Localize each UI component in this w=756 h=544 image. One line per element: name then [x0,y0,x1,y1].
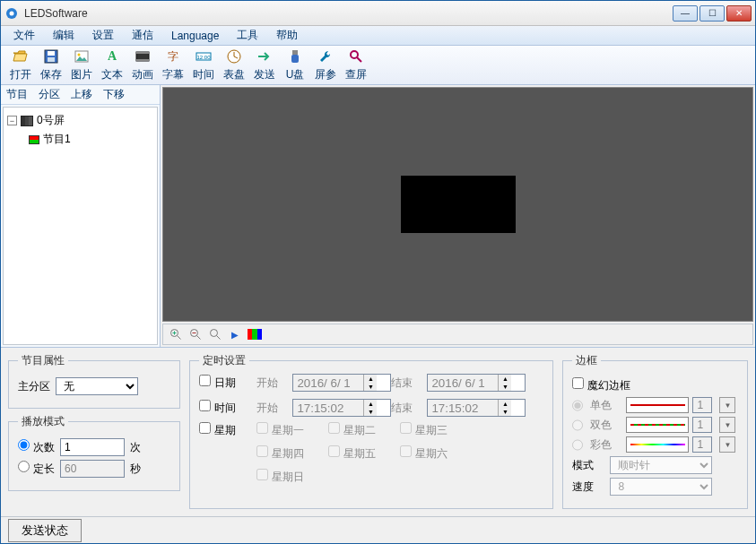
tree-btn-partition[interactable]: 分区 [39,87,60,102]
tb-time[interactable]: 12:00时间 [189,47,218,82]
rgb-swatch-icon[interactable] [248,329,262,340]
play-icon[interactable]: ▶ [228,327,242,341]
menu-file[interactable]: 文件 [6,26,42,45]
tb-screenparam[interactable]: 屏参 [311,47,340,82]
menu-settings[interactable]: 设置 [85,26,121,45]
tb-send[interactable]: 发送 [250,47,279,82]
folder-open-icon [12,47,30,65]
dropdown-single[interactable]: ▼ [719,397,735,413]
tb-image[interactable]: 图片 [67,47,96,82]
image-icon [73,47,91,65]
zoom-reset-icon[interactable] [208,327,222,341]
input-single-val [692,397,712,413]
check-week[interactable]: 星期 [199,422,256,438]
svg-rect-8 [136,52,149,54]
input-count[interactable] [60,438,125,456]
select-border-speed: 8 [610,478,712,496]
swatch-multi [626,436,689,453]
program-icon [29,135,39,144]
menu-help[interactable]: 帮助 [269,26,305,45]
clock-dial-icon [225,47,243,65]
date-start-input[interactable]: ▲▼ [292,374,391,392]
tb-save[interactable]: 保存 [37,47,65,82]
zoom-bar: ▶ [162,324,753,345]
menu-language[interactable]: Language [164,28,226,44]
toolbar: 打开 保存 图片 A文本 动画 字字幕 12:00时间 表盘 发送 U盘 屏参 … [1,46,755,85]
radio-count[interactable]: 次数 [18,439,55,455]
input-double-val [692,417,712,433]
radio-double-color [572,419,583,431]
tree-btn-program[interactable]: 节目 [6,87,28,102]
input-multi-val [692,436,712,453]
tb-dial[interactable]: 表盘 [220,47,248,82]
spin-down-icon[interactable]: ▼ [364,383,377,391]
check-date[interactable]: 日期 [199,375,256,391]
send-status-button[interactable]: 发送状态 [8,519,82,542]
label-main-partition: 主分区 [18,379,50,394]
menu-comm[interactable]: 通信 [125,26,161,45]
check-sat[interactable]: 星期六 [400,445,472,462]
text-icon: A [103,47,121,65]
select-border-mode: 顺时针 [610,456,712,474]
group-border: 边框 魔幻边框 单色 ▼ 双色 ▼ 彩色 ▼ [562,353,748,509]
maximize-button[interactable]: ☐ [700,5,725,22]
screen-icon [21,116,33,126]
tb-findscreen[interactable]: 查屏 [342,47,370,82]
check-fri[interactable]: 星期五 [328,445,400,462]
clock-digital-icon: 12:00 [195,47,213,65]
radio-single-color [572,400,583,411]
check-time[interactable]: 时间 [199,400,256,416]
zoom-in-icon[interactable] [169,327,183,341]
tree-toolbar: 节目 分区 上移 下移 [1,85,160,105]
tb-open[interactable]: 打开 [6,47,35,82]
radio-fixed[interactable]: 定长 [18,461,55,477]
send-icon [256,47,274,65]
time-start-input[interactable]: ▲▼ [292,399,391,417]
close-button[interactable]: ✕ [726,5,752,22]
svg-rect-9 [136,59,149,61]
menu-tools[interactable]: 工具 [230,26,265,45]
check-thu[interactable]: 星期四 [256,445,328,462]
zoom-out-icon[interactable] [188,327,203,341]
check-tue[interactable]: 星期二 [328,422,400,438]
group-play-mode: 播放模式 次数 次 定长 秒 [8,414,180,491]
tree-collapse-icon[interactable]: − [7,116,17,125]
app-icon [4,6,19,21]
time-end-input[interactable]: ▲▼ [427,399,526,417]
group-timing: 定时设置 日期 开始 ▲▼ 结束 ▲▼ 时间 开始 ▲▼ 结束 ▲▼ 星期 星期… [189,353,553,509]
tb-anim[interactable]: 动画 [128,47,157,82]
tree-node-screen[interactable]: − 0号屏 [7,111,153,130]
svg-point-15 [351,51,358,58]
select-main-partition[interactable]: 无 [56,377,138,395]
swatch-single [626,397,689,413]
menu-edit[interactable]: 编辑 [46,26,82,45]
tb-text[interactable]: A文本 [98,47,126,82]
svg-rect-3 [48,51,55,56]
preview-canvas [162,87,753,322]
wrench-icon [317,47,335,65]
dropdown-multi[interactable]: ▼ [719,436,735,453]
check-magic-border[interactable]: 魔幻边框 [572,377,630,393]
svg-point-1 [10,11,14,15]
status-bar: 发送状态 [1,516,755,543]
tree-node-program[interactable]: 节目1 [29,130,153,149]
svg-text:12:00: 12:00 [196,55,211,60]
svg-rect-4 [48,57,55,62]
check-mon[interactable]: 星期一 [256,422,328,438]
tb-usb[interactable]: U盘 [281,47,309,82]
date-end-input[interactable]: ▲▼ [427,374,526,392]
search-screen-icon [347,47,365,65]
usb-icon [286,47,304,65]
spin-up-icon[interactable]: ▲ [364,375,377,383]
tree-btn-up[interactable]: 上移 [71,87,92,102]
check-sun[interactable]: 星期日 [256,469,328,485]
svg-rect-14 [291,55,299,63]
group-program-props: 节目属性 主分区 无 [8,353,180,409]
subtitle-icon: 字 [164,47,182,65]
tb-subtitle[interactable]: 字字幕 [159,47,187,82]
check-wed[interactable]: 星期三 [400,422,472,438]
dropdown-double[interactable]: ▼ [719,417,735,433]
tree-btn-down[interactable]: 下移 [103,87,125,102]
minimize-button[interactable]: — [673,5,698,22]
svg-point-18 [211,330,218,337]
